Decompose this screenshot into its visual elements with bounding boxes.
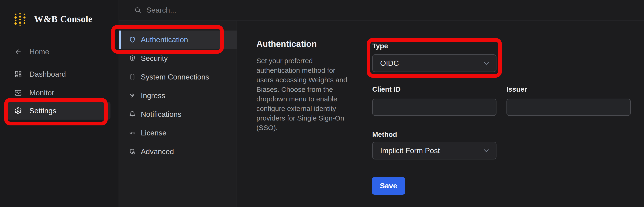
type-select[interactable]: OIDC	[372, 54, 496, 72]
settings-nav-label: Ingress	[141, 92, 165, 100]
method-select-value: Implicit Form Post	[380, 146, 482, 155]
page-title: Authentication	[256, 39, 317, 49]
settings-nav-label: System Connections	[141, 73, 209, 81]
type-label: Type	[372, 42, 388, 50]
client-id-input[interactable]	[372, 98, 496, 116]
sidebar-item-dashboard[interactable]: Dashboard	[6, 67, 110, 82]
app-logo: W&B Console	[14, 12, 92, 26]
settings-nav-label: Notifications	[141, 110, 181, 119]
issuer-label: Issuer	[506, 85, 527, 93]
section-description: Set your preferred authentication method…	[256, 56, 353, 132]
key-icon	[129, 130, 136, 136]
settings-nav-item-security[interactable]: Security	[119, 49, 237, 67]
settings-nav-item-ingress[interactable]: Ingress	[119, 86, 237, 105]
chevron-down-icon	[482, 146, 490, 154]
bell-icon	[129, 111, 136, 118]
settings-nav-label: Advanced	[141, 147, 174, 156]
sidebar-item-label: Home	[29, 48, 49, 56]
settings-nav-label: License	[141, 129, 166, 137]
type-select-value: OIDC	[380, 59, 482, 68]
save-button[interactable]: Save	[372, 177, 405, 195]
issuer-input[interactable]	[506, 98, 631, 116]
gear-icon	[14, 107, 22, 114]
brackets-icon	[129, 74, 136, 80]
search-input[interactable]	[146, 6, 310, 14]
topbar	[119, 0, 644, 20]
shield-alert-icon	[129, 55, 136, 62]
wandb-console-settings-page: W&B Console Home Dashboard Monitor Setti…	[0, 0, 644, 207]
method-label: Method	[372, 130, 397, 138]
sidebar-item-settings[interactable]: Settings	[6, 102, 110, 120]
settings-nav-item-license[interactable]: License	[119, 124, 237, 142]
monitor-pulse-icon	[14, 89, 22, 96]
settings-nav-item-advanced[interactable]: Advanced	[119, 142, 237, 160]
dashboard-icon	[14, 70, 22, 78]
wandb-dots-logo	[14, 12, 26, 26]
method-select[interactable]: Implicit Form Post	[372, 142, 496, 160]
shield-clock-icon	[129, 148, 136, 155]
sidebar-item-label: Dashboard	[29, 70, 66, 78]
app-title: W&B Console	[34, 14, 92, 24]
wifi-arrow-icon	[129, 92, 136, 99]
sidebar-item-label: Monitor	[29, 88, 54, 97]
shield-icon	[129, 36, 136, 43]
settings-nav-item-notifications[interactable]: Notifications	[119, 105, 237, 123]
sidebar-item-monitor[interactable]: Monitor	[6, 85, 110, 100]
settings-nav-panel: Authentication Security System Connectio…	[119, 21, 237, 207]
settings-nav-label: Authentication	[141, 36, 188, 44]
search-icon	[134, 6, 141, 14]
back-arrow-icon	[14, 48, 22, 56]
settings-nav-label: Security	[141, 54, 168, 63]
client-id-label: Client ID	[372, 85, 401, 93]
settings-nav-item-system-connections[interactable]: System Connections	[119, 68, 237, 86]
sidebar-item-home[interactable]: Home	[6, 44, 110, 59]
chevron-down-icon	[482, 59, 490, 67]
sidebar-item-label: Settings	[29, 106, 56, 115]
settings-nav-item-authentication[interactable]: Authentication	[119, 30, 237, 49]
primary-sidebar: W&B Console Home Dashboard Monitor Setti…	[0, 0, 118, 207]
